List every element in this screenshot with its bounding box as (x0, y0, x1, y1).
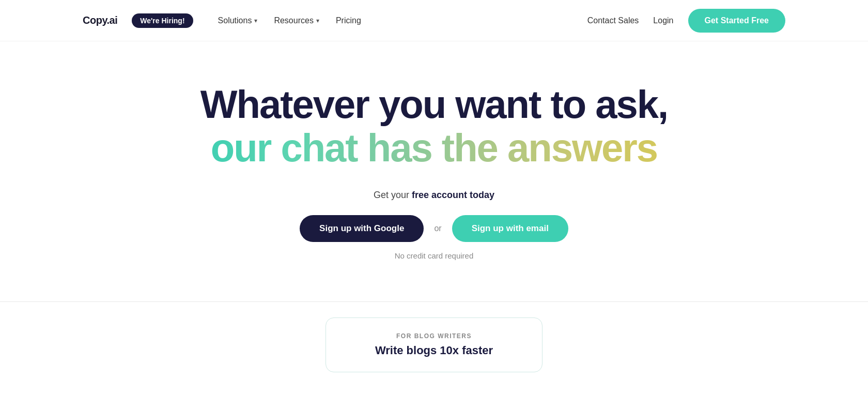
hero-subtitle: Get your free account today (374, 190, 494, 201)
nav-solutions[interactable]: Solutions ▾ (218, 16, 258, 25)
get-started-button[interactable]: Get Started Free (688, 9, 785, 33)
signup-email-button[interactable]: Sign up with email (452, 215, 568, 242)
nav-pricing[interactable]: Pricing (336, 16, 361, 25)
use-case-cards: FOR BLOG WRITERS Write blogs 10x faster (0, 302, 868, 372)
chevron-down-icon: ▾ (316, 17, 319, 24)
nav-menu: Solutions ▾ Resources ▾ Pricing (218, 16, 361, 25)
or-divider: or (434, 224, 441, 233)
no-credit-card-label: No credit card required (395, 251, 474, 260)
login-link[interactable]: Login (653, 16, 673, 25)
hero-title-line1: Whatever you want to ask, (200, 83, 668, 126)
nav-resources[interactable]: Resources ▾ (274, 16, 319, 25)
nav-right: Contact Sales Login Get Started Free (587, 9, 785, 33)
card-title-blog: Write blogs 10x faster (351, 344, 517, 357)
logo[interactable]: Copy.ai (83, 14, 117, 26)
navbar: Copy.ai We're Hiring! Solutions ▾ Resour… (0, 0, 868, 41)
hiring-badge[interactable]: We're Hiring! (132, 13, 193, 28)
hero-section: Whatever you want to ask, our chat has t… (0, 41, 868, 291)
use-case-card-blog[interactable]: FOR BLOG WRITERS Write blogs 10x faster (326, 317, 542, 372)
contact-sales-link[interactable]: Contact Sales (587, 16, 639, 25)
card-label-blog: FOR BLOG WRITERS (351, 332, 517, 340)
hero-title-line2: our chat has the answers (200, 126, 668, 170)
chevron-down-icon: ▾ (254, 17, 257, 24)
signup-google-button[interactable]: Sign up with Google (300, 215, 424, 242)
nav-left: Copy.ai We're Hiring! Solutions ▾ Resour… (83, 13, 361, 28)
hero-buttons: Sign up with Google or Sign up with emai… (300, 215, 568, 242)
